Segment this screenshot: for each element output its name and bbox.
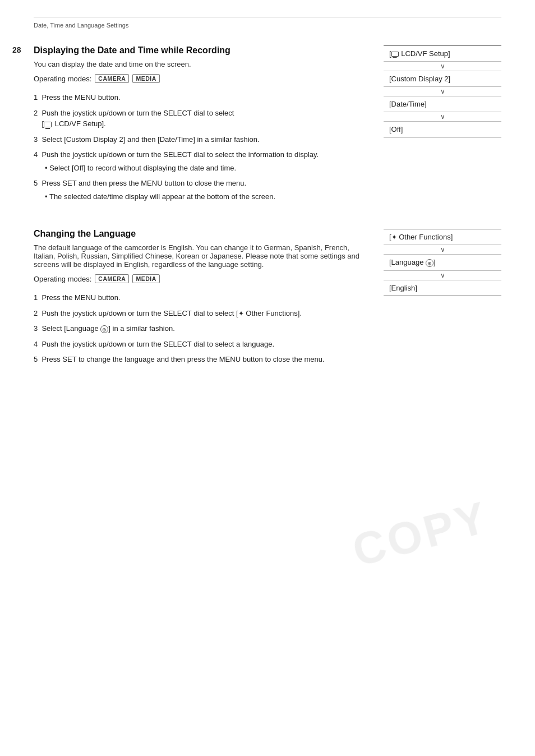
- arrow-3: ∨: [384, 112, 501, 121]
- watermark: COPY: [348, 491, 495, 577]
- section1-title: Displaying the Date and Time while Recor…: [34, 45, 372, 56]
- step-2-1: 1 Press the MENU button.: [34, 292, 372, 303]
- section1-menu-chain: [ LCD/VF Setup] ∨ [Custom Display 2] ∨ […: [384, 45, 501, 206]
- mode-badge-camera-2: CAMERA: [95, 274, 129, 283]
- step-1-5: 5 Press SET and then press the MENU butt…: [34, 178, 372, 202]
- section1-steps: 1 Press the MENU button. 2 Push the joys…: [34, 92, 372, 202]
- step-2-4: 4 Push the joystick up/down or turn the …: [34, 339, 372, 350]
- menu-item-off: [Off]: [384, 121, 501, 137]
- page-number: 28: [12, 45, 21, 54]
- step-2-5: 5 Press SET to change the language and t…: [34, 354, 372, 365]
- operating-modes-label-2: Operating modes:: [34, 275, 91, 283]
- arrow-2: ∨: [384, 87, 501, 96]
- step-2-2: 2 Push the joystick up/down or turn the …: [34, 308, 372, 319]
- section2-intro: The default language of the camcorder is…: [34, 243, 372, 269]
- section2-left: Changing the Language The default langua…: [34, 229, 372, 370]
- step-1-3: 3 Select [Custom Display 2] and then [Da…: [34, 134, 372, 145]
- step-1-2: 2 Push the joystick up/down or turn the …: [34, 108, 372, 130]
- section2-steps: 1 Press the MENU button. 2 Push the joys…: [34, 292, 372, 365]
- operating-modes-label: Operating modes:: [34, 75, 91, 83]
- section-date-time: 28 Displaying the Date and Time while Re…: [34, 45, 501, 206]
- section1-left: 28 Displaying the Date and Time while Re…: [34, 45, 372, 206]
- breadcrumb: Date, Time and Language Settings: [34, 22, 501, 29]
- menu-item-english: [English]: [384, 280, 501, 296]
- section2-title: Changing the Language: [34, 229, 372, 239]
- step-1-4: 4 Push the joystick up/down or turn the …: [34, 149, 372, 173]
- section-language: Changing the Language The default langua…: [34, 229, 501, 370]
- arrow-1: ∨: [384, 62, 501, 71]
- step-1-4a: Select [Off] to record without displayin…: [45, 163, 372, 174]
- step-1-5a: The selected date/time display will appe…: [45, 191, 372, 202]
- arrow-4: ∨: [384, 245, 501, 254]
- step-2-3: 3 Select [Language ⊕] in a similar fashi…: [34, 323, 372, 334]
- arrow-5: ∨: [384, 271, 501, 280]
- section1-operating-modes: Operating modes: CAMERA MEDIA: [34, 74, 372, 83]
- section2-menu-chain: [✦ Other Functions] ∨ [Language ⊕] ∨ [En…: [384, 229, 501, 370]
- mode-badge-camera-1: CAMERA: [95, 74, 129, 83]
- mode-badge-media-2: MEDIA: [132, 274, 159, 283]
- menu-item-custom-display: [Custom Display 2]: [384, 71, 501, 87]
- section2-operating-modes: Operating modes: CAMERA MEDIA: [34, 274, 372, 283]
- section1-intro: You can display the date and time on the…: [34, 60, 372, 68]
- menu-item-language: [Language ⊕]: [384, 254, 501, 271]
- step-1-1: 1 Press the MENU button.: [34, 92, 372, 103]
- mode-badge-media-1: MEDIA: [132, 74, 159, 83]
- menu-item-datetime: [Date/Time]: [384, 96, 501, 112]
- top-border: [34, 17, 501, 17]
- menu-item-other-functions: [✦ Other Functions]: [384, 229, 501, 245]
- menu-item-lcd: [ LCD/VF Setup]: [384, 45, 501, 62]
